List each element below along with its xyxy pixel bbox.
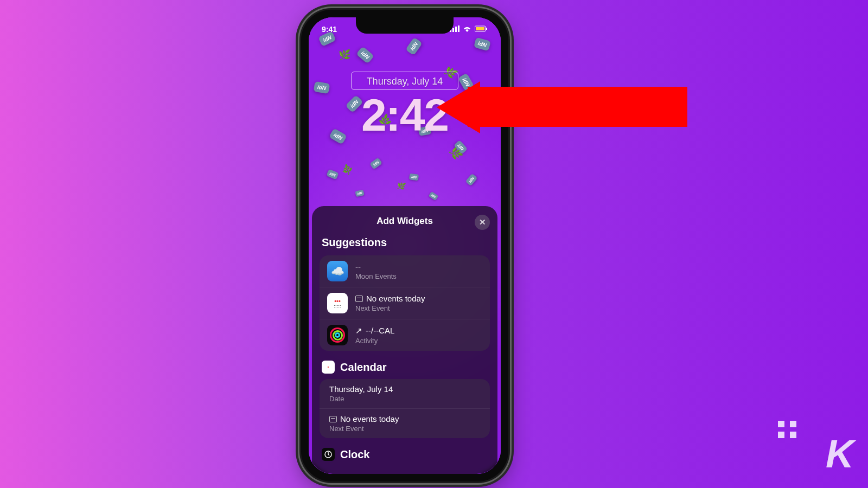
suggestion-weather[interactable]: ☁️ -- Moon Events [320,255,490,287]
suggestions-heading: Suggestions [322,236,488,249]
suggestion-sub: Next Event [355,304,425,312]
suggestion-title: ↗ --/--CAL [355,326,394,336]
suggestion-title: No events today [355,294,425,303]
suggestion-calendar[interactable]: •••::::: No events today Next Event [320,287,490,319]
calendar-row-title: No events today [329,414,399,423]
suggestion-title: -- [355,262,397,271]
calendar-row-sub: Date [329,395,393,403]
calendar-nextevent-row[interactable]: No events today Next Event [320,409,490,438]
suggestion-sub: Activity [355,337,394,345]
suggestion-sub: Moon Events [355,272,397,280]
weather-icon: ☁️ [327,261,348,281]
battery-icon [475,25,488,34]
wifi-icon [463,25,471,34]
svg-rect-2 [455,27,457,32]
svg-rect-3 [458,25,459,32]
calendar-row-sub: Next Event [329,425,399,433]
close-icon: ✕ [479,217,486,227]
annotation-arrow-body [468,87,687,127]
calendar-icon: •••::::: [327,293,348,313]
watermark: K [826,432,852,476]
calendar-section-icon: • [322,361,335,374]
svg-rect-1 [452,28,454,32]
activity-icon [327,325,348,345]
svg-rect-6 [486,28,487,30]
phone-frame: idN idN idN idN idN idN idN idN idN idN … [301,10,508,481]
close-button[interactable]: ✕ [475,215,490,230]
status-time: 9:41 [322,25,337,34]
calendar-date-row[interactable]: Thursday, July 14 Date [320,379,490,409]
calendar-glyph-icon [329,416,337,422]
calendar-glyph-icon [355,296,363,302]
sheet-title: Add Widgets [376,216,433,227]
calendar-heading: Calendar [340,361,387,374]
calendar-card: Thursday, July 14 Date No events today N… [320,379,490,438]
suggestions-card: ☁️ -- Moon Events •••::::: No events tod… [320,255,490,351]
calendar-row-title: Thursday, July 14 [329,384,393,394]
watermark-dots [778,421,797,438]
svg-rect-5 [476,27,484,30]
add-widgets-sheet: Add Widgets ✕ Suggestions ☁️ -- Moon Eve… [312,206,497,474]
clock-section-icon [322,448,335,461]
clock-heading: Clock [340,448,369,461]
annotation-arrow-icon [437,81,480,133]
notch [356,17,454,34]
arrow-glyph-icon: ↗ [355,326,362,336]
suggestion-activity[interactable]: ↗ --/--CAL Activity [320,319,490,351]
